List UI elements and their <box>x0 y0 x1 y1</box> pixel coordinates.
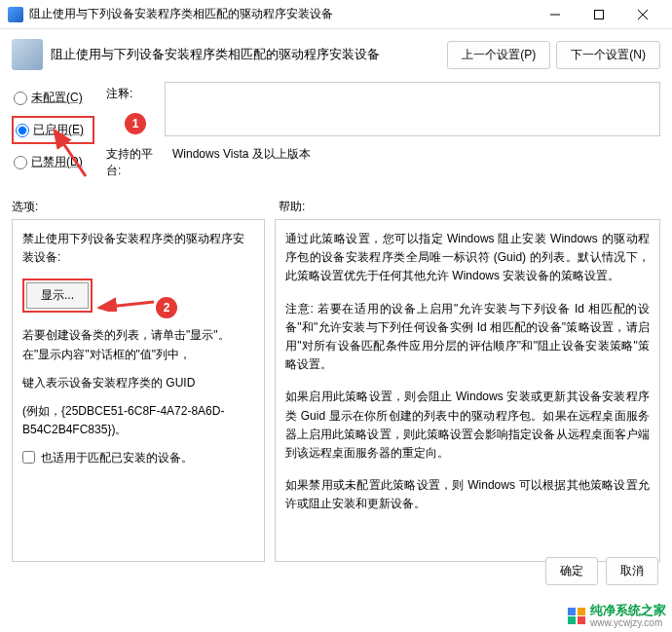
watermark: 纯净系统之家 www.ycwjzy.com <box>567 604 666 628</box>
watermark-cn: 纯净系统之家 <box>590 604 666 617</box>
close-button[interactable] <box>620 0 664 29</box>
options-label: 选项: <box>12 199 265 215</box>
apply-installed-label: 也适用于匹配已安装的设备。 <box>41 449 193 467</box>
footer-buttons: 确定 取消 <box>545 557 658 585</box>
help-paragraph-3: 如果启用此策略设置，则会阻止 Windows 安装或更新其设备安装程序类 Gui… <box>285 388 650 463</box>
svg-rect-1 <box>594 10 603 19</box>
titlebar: 阻止使用与下列设备安装程序类相匹配的驱动程序安装设备 <box>0 0 672 29</box>
apply-installed-checkbox[interactable] <box>22 451 35 464</box>
help-label: 帮助: <box>265 199 660 215</box>
options-instruction-2: 键入表示设备安装程序类的 GUID <box>22 374 254 392</box>
help-paragraph-2: 注意: 若要在适用的设备上启用"允许安装与下列设备 Id 相匹配的设备"和"允许… <box>285 300 650 375</box>
help-paragraph-1: 通过此策略设置，您可以指定 Windows 阻止安装 Windows 的驱动程序… <box>285 230 650 286</box>
radio-not-configured-label: 未配置(C) <box>31 90 83 106</box>
show-button[interactable]: 显示... <box>26 282 89 309</box>
next-setting-button[interactable]: 下一个设置(N) <box>556 41 660 69</box>
section-labels: 选项: 帮助: <box>0 193 672 219</box>
options-example: (例如，{25DBCE51-6C8F-4A72-8A6D-B54C2B4FC83… <box>22 402 254 439</box>
options-instruction-1: 若要创建设备类的列表，请单击"显示"。在"显示内容"对话框的"值"列中， <box>22 326 254 363</box>
cancel-button[interactable]: 取消 <box>606 557 658 585</box>
show-button-highlight: 显示... <box>22 279 93 313</box>
platform-value: Windows Vista 及以上版本 <box>165 142 318 179</box>
window-icon <box>8 7 23 22</box>
help-panel: 通过此策略设置，您可以指定 Windows 阻止安装 Windows 的驱动程序… <box>275 219 660 562</box>
window-title: 阻止使用与下列设备安装程序类相匹配的驱动程序安装设备 <box>29 6 533 22</box>
radio-not-configured[interactable]: 未配置(C) <box>12 86 94 110</box>
minimize-button[interactable] <box>533 0 577 29</box>
comment-label: 注释: <box>106 82 165 136</box>
svg-line-4 <box>55 130 86 176</box>
radio-enabled-input[interactable] <box>16 124 29 137</box>
platform-label: 支持的平台: <box>106 142 165 179</box>
window-controls <box>533 0 664 29</box>
policy-icon <box>12 39 43 70</box>
svg-line-5 <box>99 302 154 308</box>
header: 阻止使用与下列设备安装程序类相匹配的驱动程序安装设备 上一个设置(P) 下一个设… <box>0 29 672 78</box>
policy-title: 阻止使用与下列设备安装程序类相匹配的驱动程序安装设备 <box>51 46 439 63</box>
radio-not-configured-input[interactable] <box>14 92 27 105</box>
comment-textarea[interactable] <box>165 82 660 136</box>
ok-button[interactable]: 确定 <box>545 557 598 585</box>
help-paragraph-4: 如果禁用或未配置此策略设置，则 Windows 可以根据其他策略设置允许或阻止安… <box>285 476 650 513</box>
previous-setting-button[interactable]: 上一个设置(P) <box>447 41 550 69</box>
info-column: 注释: 支持的平台: Windows Vista 及以上版本 <box>106 82 660 185</box>
radio-disabled-input[interactable] <box>14 156 27 169</box>
annotation-arrow-2 <box>93 253 162 312</box>
watermark-url: www.ycwjzy.com <box>590 617 666 628</box>
watermark-logo <box>567 607 586 625</box>
annotation-arrow-1 <box>47 123 115 191</box>
apply-installed-checkbox-row[interactable]: 也适用于匹配已安装的设备。 <box>22 449 254 467</box>
maximize-button[interactable] <box>577 0 620 29</box>
